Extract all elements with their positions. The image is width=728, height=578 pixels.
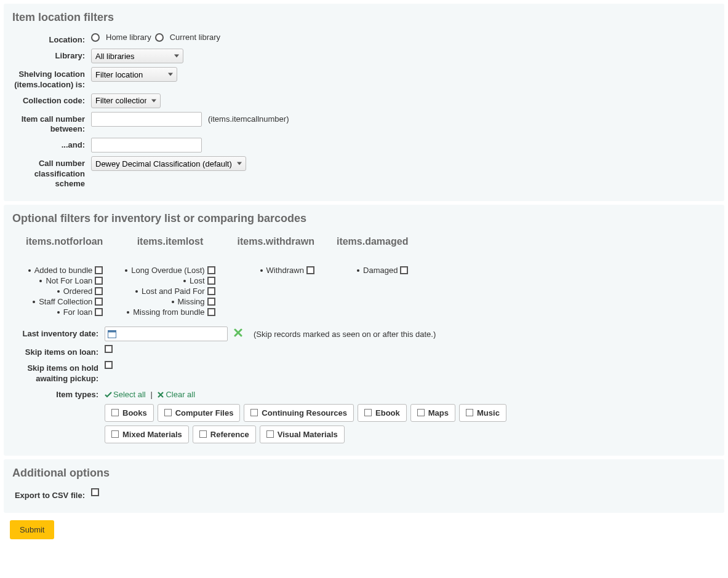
collection-label: Collection code: — [12, 93, 91, 106]
bullet-icon — [135, 290, 138, 293]
shelving-row: Shelving location (items.location) is: F… — [12, 67, 716, 90]
last-inventory-date-input[interactable] — [105, 327, 228, 341]
bullet-icon — [57, 290, 60, 293]
status-col-damaged-header: items.damaged — [337, 236, 408, 247]
status-columns: items.notforloan Added to bundle Not For… — [26, 236, 716, 318]
calendar-icon — [108, 330, 116, 338]
long-overdue-checkbox[interactable] — [207, 266, 215, 274]
check-icon — [105, 392, 112, 398]
home-library-radio[interactable] — [91, 33, 100, 42]
status-col-notforloan-header: items.notforloan — [26, 236, 103, 247]
missing-checkbox[interactable] — [207, 298, 215, 306]
last-inventory-row: Last inventory date: (Skip records marke… — [12, 327, 716, 341]
missing-bundle-checkbox[interactable] — [207, 308, 215, 316]
withdrawn-checkbox[interactable] — [306, 266, 314, 274]
bullet-icon — [57, 311, 60, 314]
skip-hold-row: Skip items on hold awaiting pickup: — [12, 361, 716, 384]
collection-select[interactable]: Filter collection — [91, 93, 161, 108]
location-row: Location: Home library Current library — [12, 33, 716, 45]
item-location-filters-legend: Item location filters — [12, 11, 716, 29]
current-library-radio[interactable] — [155, 33, 164, 42]
added-to-bundle-checkbox[interactable] — [95, 266, 103, 274]
bullet-icon — [172, 301, 174, 303]
bullet-icon — [33, 301, 35, 303]
skip-loan-row: Skip items on loan: — [12, 345, 716, 357]
lost-checkbox[interactable] — [207, 277, 215, 285]
item-location-filters-fieldset: Item location filters Location: Home lib… — [4, 4, 724, 201]
itemtype-checkbox[interactable] — [266, 430, 274, 438]
itemtype-checkbox[interactable] — [111, 430, 119, 438]
submit-button[interactable]: Submit — [10, 520, 54, 539]
scheme-select[interactable]: Dewey Decimal Classification (default) — [91, 156, 246, 171]
clear-all-link[interactable]: Clear all — [157, 390, 195, 399]
scheme-label: Call number classification scheme — [12, 156, 91, 189]
last-inventory-label: Last inventory date: — [12, 327, 105, 339]
scheme-row: Call number classification scheme Dewey … — [12, 156, 716, 189]
optional-filters-fieldset: Optional filters for inventory list or c… — [4, 205, 724, 456]
bullet-icon — [125, 269, 127, 272]
itemtype-mixed-materials[interactable]: Mixed Materials — [105, 426, 189, 443]
bullet-icon — [39, 280, 42, 282]
svg-rect-1 — [108, 331, 116, 333]
callnumber-from-row: Item call number between: (items.itemcal… — [12, 112, 716, 135]
collection-row: Collection code: Filter collection — [12, 93, 716, 108]
itemtype-reference[interactable]: Reference — [193, 426, 256, 443]
itemtypes-label: Item types: — [12, 387, 105, 400]
itemtype-checkbox[interactable] — [199, 430, 207, 438]
optional-filters-legend: Optional filters for inventory list or c… — [12, 212, 716, 230]
clear-date-icon[interactable] — [234, 328, 242, 339]
library-label: Library: — [12, 49, 91, 61]
itemtypes-row: Item types: Select all | Clear all Books… — [12, 387, 716, 443]
bullet-icon — [260, 269, 263, 272]
bullet-icon — [357, 269, 359, 272]
skip-loan-label: Skip items on loan: — [12, 345, 105, 357]
export-csv-checkbox[interactable] — [91, 488, 99, 496]
home-library-radio-label: Home library — [106, 33, 151, 42]
shelving-select[interactable]: Filter location — [91, 67, 177, 82]
skip-hold-label: Skip items on hold awaiting pickup: — [12, 361, 105, 384]
status-col-withdrawn-header: items.withdrawn — [238, 236, 314, 247]
itemtype-books[interactable]: Books — [105, 404, 154, 422]
itemtype-visual-materials[interactable]: Visual Materials — [260, 426, 345, 443]
itemtype-checkbox[interactable] — [364, 409, 372, 416]
itemtype-ebook[interactable]: Ebook — [358, 404, 407, 422]
status-col-damaged: items.damaged Damaged — [337, 236, 408, 318]
itemtype-checkbox[interactable] — [111, 409, 119, 416]
callnumber-from-label: Item call number between: — [12, 112, 91, 135]
additional-options-fieldset: Additional options Export to CSV file: — [4, 459, 724, 513]
ordered-checkbox[interactable] — [95, 287, 103, 295]
callnumber-to-input[interactable] — [91, 138, 202, 152]
damaged-checkbox[interactable] — [400, 266, 408, 274]
library-row: Library: All libraries — [12, 49, 716, 63]
library-select[interactable]: All libraries — [91, 49, 183, 63]
export-csv-row: Export to CSV file: — [12, 488, 716, 501]
lost-paid-checkbox[interactable] — [207, 287, 215, 295]
export-csv-label: Export to CSV file: — [12, 488, 91, 501]
select-all-link[interactable]: Select all — [105, 390, 148, 399]
itemtype-music[interactable]: Music — [459, 404, 506, 422]
itemtype-checkbox[interactable] — [417, 409, 425, 416]
status-col-notforloan: items.notforloan Added to bundle Not For… — [26, 236, 103, 318]
itemtype-checkbox[interactable] — [466, 409, 473, 416]
skip-loan-checkbox[interactable] — [105, 345, 113, 353]
status-col-withdrawn: items.withdrawn Withdrawn — [238, 236, 314, 318]
close-icon — [157, 392, 164, 398]
callnumber-hint: (items.itemcallnumber) — [208, 114, 289, 124]
itemtype-computer-files[interactable]: Computer Files — [158, 404, 241, 422]
for-loan-checkbox[interactable] — [95, 308, 103, 316]
not-for-loan-checkbox[interactable] — [95, 277, 103, 285]
callnumber-from-input[interactable] — [91, 112, 202, 127]
current-library-radio-label: Current library — [170, 33, 220, 42]
skip-hold-checkbox[interactable] — [105, 361, 113, 369]
last-inventory-hint: (Skip records marked as seen on or after… — [254, 330, 436, 339]
itemtype-checkbox[interactable] — [164, 409, 172, 416]
staff-collection-checkbox[interactable] — [95, 298, 103, 306]
bullet-icon — [127, 311, 129, 314]
status-col-itemlost: items.itemlost Long Overdue (Lost) Lost … — [125, 236, 215, 318]
itemtype-maps[interactable]: Maps — [410, 404, 455, 422]
itemtype-continuing-resources[interactable]: Continuing Resources — [244, 404, 354, 422]
itemtype-checkbox[interactable] — [250, 409, 258, 416]
bullet-icon — [28, 269, 31, 272]
bullet-icon — [183, 280, 186, 282]
shelving-label: Shelving location (items.location) is: — [12, 67, 91, 90]
